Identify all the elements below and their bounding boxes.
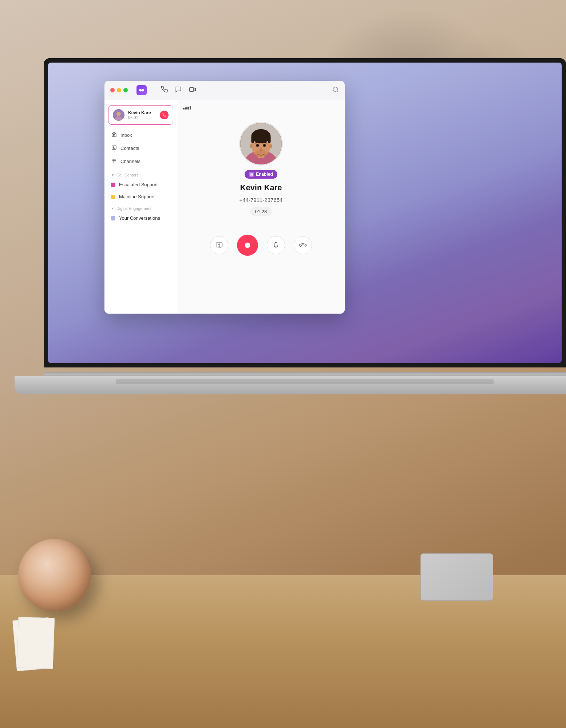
escalated-support-label: Escalated Support — [119, 182, 158, 187]
title-bar — [104, 81, 345, 100]
contacts-label: Contacts — [120, 146, 139, 151]
mainline-support-label: Mainline Support — [119, 194, 155, 199]
your-conversations-item[interactable]: Your Conversations — [104, 212, 177, 224]
svg-text:AI: AI — [251, 174, 253, 176]
right-panel: AI Enabled Kevin Kare +44-7911-237654 01… — [177, 100, 345, 314]
end-call-button[interactable] — [294, 236, 312, 254]
search-button[interactable] — [332, 86, 339, 94]
digital-engagement-section: ▼ Digital Engagement — [104, 203, 177, 212]
caller-avatar — [113, 109, 124, 121]
signal-bar-3 — [187, 107, 189, 110]
ai-badge-label: Enabled — [256, 172, 273, 177]
svg-rect-7 — [112, 146, 116, 150]
mute-button[interactable] — [267, 236, 285, 254]
your-conversations-dot — [111, 216, 115, 220]
window-controls — [110, 88, 128, 92]
mainline-support-item[interactable]: Mainline Support — [104, 191, 177, 203]
ai-badge: AI Enabled — [245, 170, 277, 179]
active-call-item[interactable]: Kevin Kare 06:01 — [108, 105, 173, 125]
svg-point-25 — [269, 144, 272, 148]
svg-point-18 — [251, 129, 270, 143]
svg-point-21 — [256, 144, 259, 147]
svg-marker-0 — [194, 88, 195, 91]
trackpad — [420, 553, 493, 601]
laptop-screen: Kevin Kare 06:01 — [48, 63, 562, 363]
channels-icon — [111, 158, 117, 164]
escalated-support-item[interactable]: Escalated Support — [104, 179, 177, 191]
call-timer: 01:28 — [250, 207, 272, 216]
svg-point-31 — [245, 243, 250, 248]
laptop: Kevin Kare 06:01 — [44, 58, 566, 626]
inbox-label: Inbox — [120, 132, 132, 138]
app-window: Kevin Kare 06:01 — [104, 81, 345, 314]
phone-nav-icon[interactable] — [161, 86, 168, 94]
share-screen-button[interactable] — [210, 236, 228, 254]
call-centers-chevron[interactable]: ▼ — [111, 173, 114, 177]
svg-rect-6 — [112, 134, 116, 137]
chat-nav-icon[interactable] — [175, 86, 182, 94]
video-nav-icon[interactable] — [189, 86, 196, 94]
digital-engagement-label: Digital Engagement — [116, 206, 151, 211]
contact-phone: +44-7911-237654 — [240, 197, 283, 203]
channels-label: Channels — [120, 159, 140, 164]
sidebar-item-contacts[interactable]: Contacts — [104, 142, 177, 155]
laptop-screen-bezel: Kevin Kare 06:01 — [44, 58, 566, 367]
contact-avatar — [239, 122, 283, 166]
svg-rect-1 — [190, 88, 194, 92]
caller-name: Kevin Kare — [128, 110, 156, 115]
your-conversations-label: Your Conversations — [119, 215, 160, 221]
signal-bars — [183, 106, 191, 110]
sidebar-nav: Inbox Contacts — [104, 127, 177, 169]
signal-bar-1 — [183, 108, 185, 110]
svg-point-8 — [113, 147, 114, 148]
mainline-support-dot — [111, 195, 115, 199]
laptop-base — [15, 376, 566, 394]
signal-bar-4 — [190, 106, 191, 110]
close-button[interactable] — [110, 88, 115, 92]
nav-icons — [161, 86, 196, 94]
digital-engagement-chevron[interactable]: ▼ — [111, 207, 114, 210]
sidebar-item-inbox[interactable]: Inbox — [104, 128, 177, 142]
escalated-support-dot — [111, 183, 115, 187]
call-centers-label: Call Centers — [116, 173, 139, 177]
svg-rect-19 — [251, 136, 254, 143]
laptop-hinge — [44, 372, 566, 376]
maximize-button[interactable] — [123, 88, 128, 92]
contact-avatar-image — [240, 123, 282, 164]
svg-rect-20 — [268, 136, 271, 143]
caller-info: Kevin Kare 06:01 — [128, 110, 156, 120]
signal-bar-2 — [185, 107, 187, 110]
contact-card: AI Enabled Kevin Kare +44-7911-237654 01… — [210, 122, 312, 256]
app-logo — [136, 85, 147, 95]
minimize-button[interactable] — [117, 88, 121, 92]
ai-badge-icon: AI — [249, 172, 254, 177]
sidebar-item-channels[interactable]: Channels — [104, 155, 177, 168]
keyboard-area — [116, 379, 494, 384]
contact-name: Kevin Kare — [240, 183, 282, 192]
call-duration: 06:01 — [128, 115, 156, 120]
main-content: Kevin Kare 06:01 — [104, 100, 345, 314]
svg-point-4 — [116, 112, 121, 116]
call-centers-section: ▼ Call Centers — [104, 169, 177, 179]
call-end-button[interactable] — [160, 111, 169, 119]
svg-point-24 — [250, 144, 253, 148]
contacts-icon — [111, 145, 117, 151]
record-button[interactable] — [237, 235, 258, 256]
inbox-icon — [111, 132, 117, 138]
svg-point-23 — [255, 150, 267, 157]
svg-point-22 — [263, 144, 266, 147]
sidebar: Kevin Kare 06:01 — [104, 100, 177, 314]
call-controls — [210, 235, 312, 256]
